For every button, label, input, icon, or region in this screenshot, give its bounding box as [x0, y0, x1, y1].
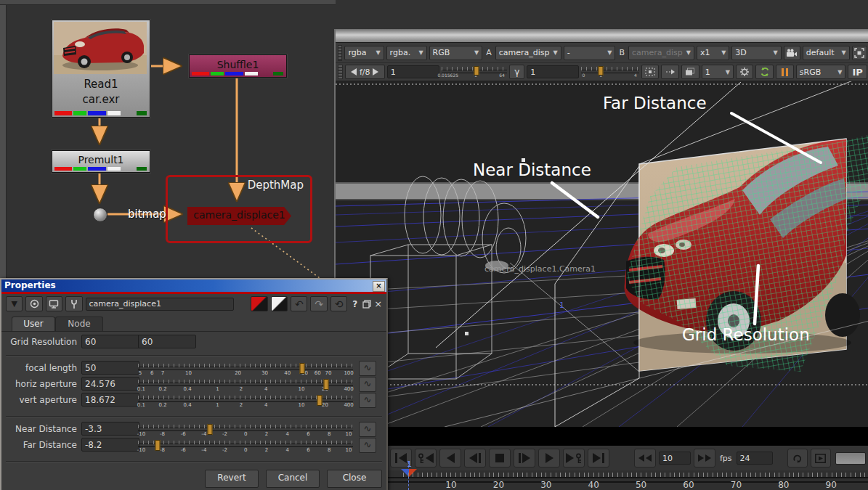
window-close-button[interactable]: ×: [373, 281, 385, 292]
help-button[interactable]: ?: [350, 299, 360, 309]
far-distance-input[interactable]: [81, 438, 139, 452]
redo-button[interactable]: ↷: [310, 296, 327, 311]
layer2-dropdown[interactable]: rgba.▼: [386, 46, 427, 60]
gain-slider[interactable]: 0.015625164: [442, 64, 508, 80]
node-camera-displace1[interactable]: camera_displace1: [187, 207, 291, 225]
pause-settings-button[interactable]: [736, 65, 754, 79]
animation-curve-button[interactable]: ∿: [359, 377, 376, 392]
chevron-down-icon: ▼: [604, 49, 612, 56]
center-node-button[interactable]: [25, 296, 42, 311]
play-button[interactable]: [538, 449, 560, 467]
settings-wrench-button[interactable]: [65, 296, 82, 311]
revert-knobs-button[interactable]: ⟲: [330, 296, 347, 311]
a-buffer-dropdown[interactable]: camera_disp▼: [495, 46, 561, 60]
fps-input[interactable]: [737, 452, 773, 465]
view-mode-dropdown[interactable]: 3D▼: [731, 46, 781, 60]
horiz-aperture-input[interactable]: [81, 377, 139, 391]
tab-user[interactable]: User: [12, 317, 55, 331]
node-premult1[interactable]: Premult1: [52, 150, 150, 173]
camera-view-dropdown[interactable]: default▼: [803, 46, 850, 60]
slider-handle[interactable]: [317, 395, 323, 406]
next-keyframe-button[interactable]: [563, 449, 585, 467]
grid-resolution-x-input[interactable]: [81, 335, 139, 348]
input-process-button[interactable]: IP: [848, 65, 867, 79]
slider-handle[interactable]: [324, 379, 329, 390]
play-backward-button[interactable]: [439, 449, 461, 467]
node-read1[interactable]: Read1 car.exr: [52, 20, 150, 118]
monitor-output-button[interactable]: [46, 296, 62, 311]
grid-resolution-y-input[interactable]: [138, 335, 196, 348]
playhead[interactable]: 1: [408, 462, 410, 490]
pause-button[interactable]: [776, 65, 794, 79]
go-end-button[interactable]: [588, 449, 609, 467]
panel-close-button[interactable]: ×: [374, 298, 382, 309]
stop-button[interactable]: [489, 449, 511, 467]
revert-button[interactable]: Revert: [205, 470, 259, 488]
gamma-toggle[interactable]: γ: [509, 65, 524, 79]
gain-input[interactable]: [387, 65, 439, 78]
ruler-track[interactable]: 1 102030405060708090: [384, 470, 868, 490]
roi-button[interactable]: [661, 65, 679, 79]
step-forward-button[interactable]: [514, 449, 535, 467]
far-distance-row: Far Distance -10-8-6-4-20246810 ∿: [1, 438, 386, 453]
vert-aperture-input[interactable]: [81, 393, 139, 407]
gamma-slider[interactable]: 014: [581, 64, 638, 80]
animation-curve-button[interactable]: ∿: [359, 438, 376, 453]
fstop-stepper[interactable]: f/8: [345, 65, 385, 79]
slider-handle[interactable]: [474, 66, 479, 75]
properties-titlebar[interactable]: Properties: [1, 279, 386, 292]
node-color-swatch[interactable]: [251, 296, 267, 311]
refresh-button[interactable]: [755, 65, 774, 79]
toolbar-drag-handle[interactable]: [338, 45, 342, 61]
node-name-input[interactable]: [86, 298, 234, 311]
layer-dropdown[interactable]: rgba▼: [344, 46, 384, 60]
camera-button[interactable]: [784, 46, 800, 60]
node-shuffle1[interactable]: Shuffle1: [189, 54, 287, 78]
gamma-input[interactable]: [527, 65, 579, 78]
near-distance-input[interactable]: [81, 422, 139, 436]
focal-length-input[interactable]: [81, 361, 139, 375]
focal-length-slider[interactable]: 56710203040506070100: [138, 361, 353, 376]
animation-curve-button[interactable]: ∿: [359, 361, 376, 376]
animation-curve-button[interactable]: ∿: [359, 393, 376, 408]
horiz-aperture-slider[interactable]: 0.10.20.41241020400: [138, 377, 353, 392]
undo-button[interactable]: ↶: [291, 296, 307, 311]
slider-handle[interactable]: [599, 66, 604, 75]
dot-node[interactable]: [93, 208, 108, 222]
near-distance-slider[interactable]: -10-8-6-4-20246810: [138, 422, 353, 437]
far-distance-slider[interactable]: -10-8-6-4-20246810: [138, 438, 353, 453]
3d-viewport[interactable]: camera_displace1.Camera1 1 Far Distance …: [336, 81, 868, 427]
fast-forward-button[interactable]: [694, 449, 715, 467]
cancel-button[interactable]: Cancel: [266, 470, 320, 488]
toolbar-drag-handle[interactable]: [338, 65, 343, 79]
flipbook-button[interactable]: [811, 449, 831, 467]
slider-handle[interactable]: [300, 363, 305, 374]
fast-rewind-button[interactable]: [634, 449, 656, 467]
slider-handle[interactable]: [155, 440, 160, 451]
float-panel-button[interactable]: [362, 300, 371, 309]
viewer-titlebar[interactable]: [336, 29, 868, 43]
frame-ruler[interactable]: ▼ 1 102030405060708090: [336, 470, 868, 490]
frame-increment-input[interactable]: [659, 452, 691, 465]
close-button[interactable]: Close: [327, 470, 382, 488]
frame-view-button[interactable]: [852, 46, 867, 60]
prev-keyframe-button[interactable]: [415, 449, 437, 467]
zoom-dropdown[interactable]: x1▼: [697, 46, 729, 60]
panel-menu-button[interactable]: ▼: [6, 296, 23, 311]
vertex-handle[interactable]: [465, 332, 469, 335]
vert-aperture-slider[interactable]: 0.10.20.41241020400: [138, 393, 353, 408]
tab-node[interactable]: Node: [55, 317, 103, 331]
gl-color-swatch[interactable]: [271, 296, 288, 311]
marquee-button[interactable]: [641, 65, 660, 79]
step-back-button[interactable]: [464, 449, 486, 467]
wipe-dropdown[interactable]: -▼: [564, 46, 616, 60]
downrez-dropdown[interactable]: 1▼: [702, 65, 734, 79]
channels-dropdown[interactable]: RGB▼: [429, 46, 483, 60]
b-buffer-dropdown[interactable]: camera_disp▼: [628, 46, 694, 60]
proxy-button[interactable]: [681, 65, 699, 79]
colorspace-dropdown[interactable]: sRGB▼: [796, 65, 846, 79]
animation-curve-button[interactable]: ∿: [359, 422, 376, 437]
camera-name-label: camera_displace1.Camera1: [484, 264, 596, 274]
loop-mode-button[interactable]: [787, 449, 808, 467]
slider-handle[interactable]: [208, 424, 213, 435]
